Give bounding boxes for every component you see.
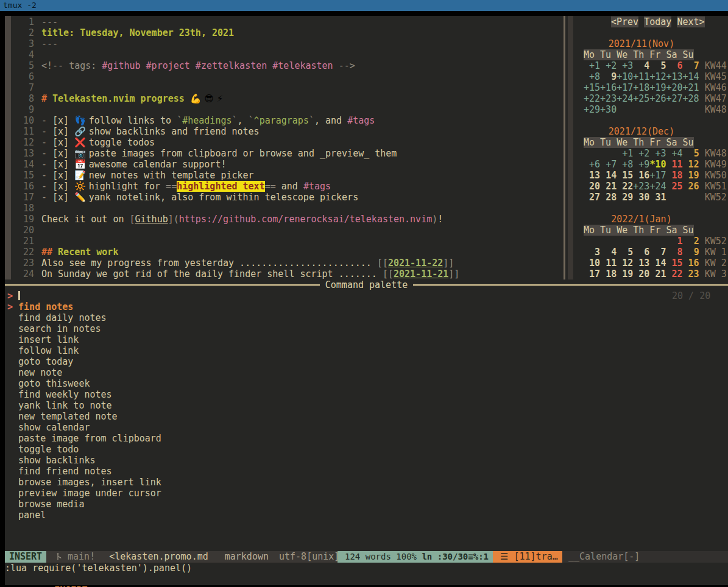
calendar-day[interactable]: +7 bbox=[600, 159, 617, 170]
calendar-day[interactable]: +4 bbox=[666, 148, 682, 159]
calendar-day[interactable]: 17 bbox=[584, 269, 600, 279]
calendar-day[interactable]: 13 bbox=[633, 258, 649, 269]
calendar-day[interactable]: +18 bbox=[633, 82, 649, 93]
calendar-day[interactable]: 10 bbox=[584, 258, 600, 269]
calendar-day[interactable]: 20 bbox=[633, 269, 649, 279]
calendar-day[interactable]: +17 bbox=[617, 82, 633, 93]
calendar-day[interactable]: +8 bbox=[584, 71, 600, 82]
palette-item[interactable]: show calendar bbox=[5, 422, 728, 433]
calendar-day[interactable]: 14 bbox=[600, 170, 617, 181]
palette-item[interactable]: insert link bbox=[5, 334, 728, 345]
calendar-day[interactable]: +9 bbox=[633, 159, 649, 170]
calendar-day[interactable]: +1 bbox=[617, 148, 633, 159]
calendar-day[interactable]: +1 bbox=[584, 60, 600, 71]
calendar-day[interactable]: +24 bbox=[649, 181, 666, 192]
command-line[interactable]: :lua require('telekasten').panel() bbox=[5, 563, 728, 574]
palette-item[interactable]: toggle todo bbox=[5, 444, 728, 455]
calendar-scrollbar[interactable] bbox=[568, 16, 573, 279]
calendar-day[interactable]: 21 bbox=[600, 181, 617, 192]
calendar-day[interactable]: 22 bbox=[666, 269, 682, 279]
calendar-day[interactable]: 12 bbox=[617, 258, 633, 269]
calendar-day[interactable]: 7 bbox=[649, 247, 666, 258]
palette-item[interactable]: browse images, insert link bbox=[5, 477, 728, 488]
palette-item[interactable]: new note bbox=[5, 367, 728, 378]
calendar-day[interactable]: 5 bbox=[649, 60, 666, 71]
calendar-day[interactable]: 9 bbox=[683, 247, 699, 258]
calendar-day[interactable]: 15 bbox=[617, 170, 633, 181]
palette-item[interactable]: panel bbox=[5, 510, 728, 521]
calendar-day[interactable]: 28 bbox=[600, 192, 617, 203]
calendar-day[interactable]: +15 bbox=[584, 82, 600, 93]
calendar-day[interactable]: 13 bbox=[584, 170, 600, 181]
editor-buffer[interactable]: 1---2title: Tuesday, November 23th, 2021… bbox=[11, 16, 564, 279]
left-scrollbar[interactable] bbox=[5, 16, 11, 279]
calendar-day[interactable]: +23 bbox=[633, 181, 649, 192]
calendar-day[interactable]: 29 bbox=[617, 192, 633, 203]
calendar-day[interactable]: +24 bbox=[617, 93, 633, 104]
buffer-badge[interactable]: ☰ [11]tra… bbox=[493, 551, 562, 563]
calendar-day[interactable]: 26 bbox=[683, 181, 699, 192]
palette-item[interactable]: goto today bbox=[5, 356, 728, 367]
palette-item[interactable]: find friend notes bbox=[5, 466, 728, 477]
calendar-day[interactable]: +27 bbox=[666, 93, 682, 104]
calendar-day[interactable]: +3 bbox=[617, 60, 633, 71]
calendar-day[interactable]: +22 bbox=[584, 93, 600, 104]
calendar-day[interactable]: +19 bbox=[649, 82, 666, 93]
calendar-day[interactable]: 31 bbox=[649, 192, 666, 203]
calendar-day[interactable]: 6 bbox=[666, 60, 682, 71]
calendar-day[interactable]: 18 bbox=[600, 269, 617, 279]
palette-item[interactable]: preview image under cursor bbox=[5, 488, 728, 499]
calendar-day[interactable]: +14 bbox=[683, 71, 699, 82]
calendar-day[interactable]: 25 bbox=[666, 181, 682, 192]
calendar-day[interactable]: 2 bbox=[683, 236, 699, 247]
palette-item[interactable]: new templated note bbox=[5, 411, 728, 422]
window-separator[interactable] bbox=[564, 16, 565, 279]
palette-item[interactable]: find weekly notes bbox=[5, 389, 728, 400]
calendar-day[interactable]: 19 bbox=[683, 170, 699, 181]
calendar-day[interactable]: 16 bbox=[633, 170, 649, 181]
calendar-day[interactable]: *10 bbox=[649, 159, 666, 170]
calendar-day[interactable]: +16 bbox=[600, 82, 617, 93]
calendar-day[interactable]: 7 bbox=[683, 60, 699, 71]
calendar-day[interactable]: +23 bbox=[600, 93, 617, 104]
calendar-day[interactable]: 8 bbox=[666, 247, 682, 258]
palette-item[interactable]: browse media bbox=[5, 499, 728, 510]
calendar-day[interactable]: 30 bbox=[633, 192, 649, 203]
calendar-day[interactable]: +26 bbox=[649, 93, 666, 104]
calendar-day[interactable]: 4 bbox=[600, 247, 617, 258]
calendar-day[interactable]: +3 bbox=[649, 148, 666, 159]
calendar-day[interactable]: 3 bbox=[584, 247, 600, 258]
calendar-day[interactable]: 12 bbox=[683, 159, 699, 170]
palette-item-selected[interactable]: > find notes bbox=[5, 301, 728, 312]
calendar-day[interactable]: 5 bbox=[683, 148, 699, 159]
calendar-day[interactable]: +2 bbox=[633, 148, 649, 159]
calendar-day[interactable]: 18 bbox=[666, 170, 682, 181]
calendar-day[interactable]: 11 bbox=[600, 258, 617, 269]
calendar-day[interactable]: 22 bbox=[617, 181, 633, 192]
calendar-today-button[interactable]: Today bbox=[644, 16, 671, 27]
calendar-day[interactable]: +11 bbox=[633, 71, 649, 82]
calendar-day[interactable]: +17 bbox=[649, 170, 666, 181]
palette-item[interactable]: goto thisweek bbox=[5, 378, 728, 389]
palette-item[interactable]: find daily notes bbox=[5, 312, 728, 323]
calendar-day[interactable]: +12 bbox=[649, 71, 666, 82]
calendar-day[interactable]: +25 bbox=[633, 93, 649, 104]
calendar-day[interactable]: 14 bbox=[649, 258, 666, 269]
calendar-day[interactable]: +30 bbox=[600, 104, 617, 115]
calendar-day[interactable]: +6 bbox=[584, 159, 600, 170]
calendar-day[interactable]: +13 bbox=[666, 71, 682, 82]
calendar-day[interactable]: +20 bbox=[666, 82, 682, 93]
palette-item[interactable]: search in notes bbox=[5, 323, 728, 334]
calendar-day[interactable]: 20 bbox=[584, 181, 600, 192]
palette-prompt[interactable]: > 20 / 20 bbox=[5, 290, 728, 301]
calendar-day[interactable]: 21 bbox=[649, 269, 666, 279]
calendar-day[interactable]: +10 bbox=[617, 71, 633, 82]
calendar-day[interactable]: 27 bbox=[584, 192, 600, 203]
calendar-day[interactable]: 19 bbox=[617, 269, 633, 279]
calendar-day[interactable]: +29 bbox=[584, 104, 600, 115]
calendar-prev-button[interactable]: <Prev bbox=[611, 16, 638, 27]
calendar-day[interactable]: 11 bbox=[666, 159, 682, 170]
palette-item[interactable]: yank link to note bbox=[5, 400, 728, 411]
calendar-day[interactable]: 4 bbox=[633, 60, 649, 71]
palette-item[interactable]: show backlinks bbox=[5, 455, 728, 466]
